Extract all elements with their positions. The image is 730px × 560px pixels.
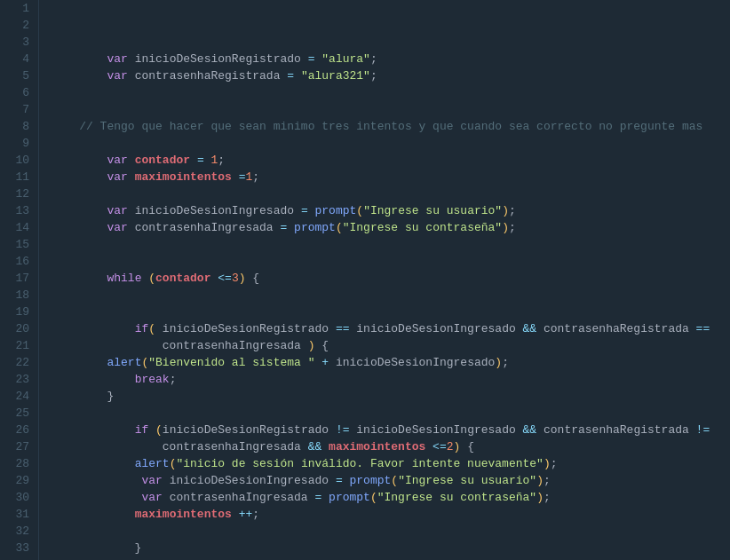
line-number: 8 xyxy=(9,118,29,135)
code-line: var inicioDeSesionIngresado = prompt("In… xyxy=(52,202,730,219)
code-line: } xyxy=(52,540,730,556)
code-line: contrasenhaIngresada ) { xyxy=(52,337,730,354)
line-number: 28 xyxy=(9,455,29,472)
code-line xyxy=(52,556,730,560)
code-line: var contador = 1; xyxy=(52,152,730,169)
line-number: 16 xyxy=(9,253,29,270)
code-line: if (inicioDeSesionRegistrado != inicioDe… xyxy=(52,422,730,438)
code-line xyxy=(52,101,730,118)
line-number: 24 xyxy=(9,388,29,405)
line-number: 10 xyxy=(9,152,29,169)
code-line xyxy=(52,405,730,422)
line-number: 32 xyxy=(9,523,29,540)
code-line: var contrasenhaIngresada = prompt("Ingre… xyxy=(52,489,730,506)
code-line: break; xyxy=(52,371,730,388)
line-number: 23 xyxy=(9,371,29,388)
line-number: 9 xyxy=(9,135,29,152)
code-area[interactable]: var inicioDeSesionRegistrado = "alura"; … xyxy=(39,0,730,560)
line-number: 29 xyxy=(9,472,29,489)
code-line: contrasenhaIngresada && maximointentos <… xyxy=(52,438,730,455)
code-line: } xyxy=(52,388,730,405)
line-number: 30 xyxy=(9,489,29,506)
code-line xyxy=(52,287,730,304)
line-number: 25 xyxy=(9,405,29,422)
code-line xyxy=(52,253,730,270)
line-numbers: 1234567891011121314151617181920212223242… xyxy=(0,0,39,560)
code-line: while (contador <=3) { xyxy=(52,270,730,287)
code-line xyxy=(52,0,730,17)
code-line xyxy=(52,304,730,320)
line-number: 14 xyxy=(9,219,29,236)
line-number: 20 xyxy=(9,320,29,337)
line-number: 17 xyxy=(9,270,29,287)
line-number: 1 xyxy=(9,0,29,17)
line-number: 22 xyxy=(9,354,29,371)
line-number: 11 xyxy=(9,169,29,185)
code-line xyxy=(52,236,730,253)
line-number: 27 xyxy=(9,438,29,455)
line-number: 31 xyxy=(9,506,29,523)
code-line: var contrasenhaRegistrada = "alura321"; xyxy=(52,67,730,84)
code-line xyxy=(52,135,730,152)
code-editor: 1234567891011121314151617181920212223242… xyxy=(0,0,730,560)
line-number: 26 xyxy=(9,422,29,438)
line-number: 18 xyxy=(9,287,29,304)
line-number: 3 xyxy=(9,34,29,51)
line-number: 13 xyxy=(9,202,29,219)
code-line: var maximointentos =1; xyxy=(52,169,730,185)
code-line: var inicioDeSesionIngresado = prompt("In… xyxy=(52,472,730,489)
line-number: 15 xyxy=(9,236,29,253)
line-number: 19 xyxy=(9,304,29,320)
line-number: 6 xyxy=(9,84,29,101)
code-line xyxy=(52,84,730,101)
code-line: var contrasenhaIngresada = prompt("Ingre… xyxy=(52,219,730,236)
line-number: 7 xyxy=(9,101,29,118)
code-line: if( inicioDeSesionRegistrado == inicioDe… xyxy=(52,320,730,337)
code-line: alert("inicio de sesión inválido. Favor … xyxy=(52,455,730,472)
code-line: maximointentos ++; xyxy=(52,506,730,523)
line-number: 21 xyxy=(9,337,29,354)
line-number: 4 xyxy=(9,51,29,67)
code-line xyxy=(52,523,730,540)
line-number: 2 xyxy=(9,17,29,34)
code-line: alert("Bienvenido al sistema " + inicioD… xyxy=(52,354,730,371)
code-line xyxy=(52,34,730,51)
code-line xyxy=(52,185,730,202)
code-line: // Tengo que hacer que sean minimo tres … xyxy=(52,118,730,135)
line-number: 5 xyxy=(9,67,29,84)
line-number: 34 xyxy=(9,556,29,560)
line-number: 33 xyxy=(9,540,29,556)
line-number: 12 xyxy=(9,185,29,202)
code-line: var inicioDeSesionRegistrado = "alura"; xyxy=(52,51,730,67)
code-line xyxy=(52,17,730,34)
